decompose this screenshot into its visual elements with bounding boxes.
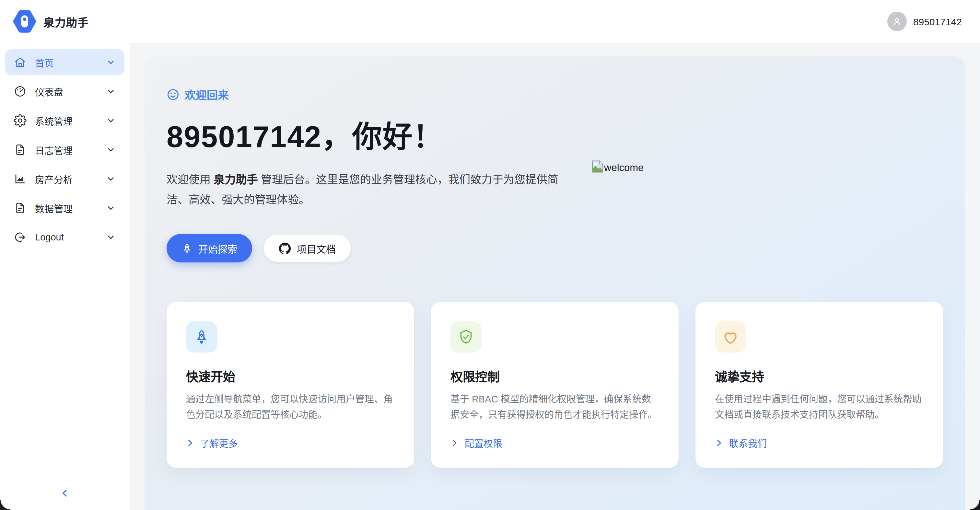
chevron-right-icon [186,439,194,447]
file-icon [14,143,27,156]
card-title: 诚挚支持 [715,367,924,384]
file-icon [14,202,27,214]
chevron-down-icon [106,86,116,97]
user-menu[interactable]: 895017142 [887,12,962,31]
sidebar-item-label: 系统管理 [35,114,73,127]
sidebar-collapse-button[interactable] [56,485,73,502]
project-docs-button[interactable]: 项目文档 [263,234,351,262]
sidebar-item-file-5[interactable]: 数据管理 [5,195,124,221]
sidebar-item-label: 仪表盘 [35,84,63,98]
rocket-icon [181,243,192,254]
welcome-panel: 欢迎回来 895017142，你好！ 欢迎使用 泉力助手 管理后台。这里是您的业… [145,56,965,510]
shield-icon [458,329,474,345]
hero-actions: 开始探索 项目文档 [167,234,943,262]
sidebar-item-label: 房产分析 [35,172,73,186]
chevron-down-icon [106,145,116,155]
chevron-right-icon [715,439,723,447]
smiley-icon [167,88,180,101]
rocket-icon [193,329,210,345]
sidebar-item-label: 首页 [35,56,54,69]
github-icon [279,242,291,254]
broken-image-icon [592,160,603,176]
hero-description: 欢迎使用 泉力助手 管理后台。这里是您的业务管理核心，我们致力于为您提供简洁、高… [167,170,561,210]
chevron-down-icon [106,203,116,213]
card-title: 权限控制 [450,367,659,384]
sidebar-item-label: Logout [35,232,64,242]
logout-icon [14,231,27,244]
brand: 泉力助手 [13,10,89,33]
sidebar-item-chart-4[interactable]: 房产分析 [5,166,124,192]
chevron-down-icon [106,115,116,126]
project-docs-label: 项目文档 [297,241,336,255]
chevron-left-icon [59,487,71,500]
sidebar-item-home-0[interactable]: 首页 [5,49,124,75]
heart-icon-box [715,321,746,353]
card-link[interactable]: 了解更多 [186,436,395,450]
broken-image-alt-text: welcome [604,162,644,174]
card-description: 在使用过程中遇到任何问题，您可以通过系统帮助文档或直接联系技术支持团队获取帮助。 [715,392,924,423]
feature-cards: 快速开始 通过左侧导航菜单，您可以快速访问用户管理、角色分配以及系统配置等核心功… [167,302,943,468]
feature-card: 诚挚支持 在使用过程中遇到任何问题，您可以通过系统帮助文档或直接联系技术支持团队… [695,302,943,468]
chart-icon [14,172,27,185]
welcome-back-tag: 欢迎回来 [167,86,943,102]
page-title: 895017142，你好！ [167,113,943,156]
broken-welcome-image: welcome [592,160,644,176]
welcome-back-label: 欢迎回来 [185,86,229,102]
chevron-right-icon [450,439,459,447]
feature-card: 快速开始 通过左侧导航菜单，您可以快速访问用户管理、角色分配以及系统配置等核心功… [167,302,414,468]
card-link[interactable]: 配置权限 [450,436,659,450]
sidebar-item-gauge-1[interactable]: 仪表盘 [5,78,124,104]
sidebar-item-label: 数据管理 [35,201,73,215]
card-description: 通过左侧导航菜单，您可以快速访问用户管理、角色分配以及系统配置等核心功能。 [186,392,395,423]
username-label: 895017142 [913,16,962,27]
chevron-down-icon [106,57,116,67]
sidebar-item-logout-6[interactable]: Logout [5,224,124,250]
card-title: 快速开始 [186,367,395,384]
gauge-icon [14,85,27,98]
rocket-icon-box [186,321,217,353]
shield-icon-box [450,321,482,353]
main-content: 欢迎回来 895017142，你好！ 欢迎使用 泉力助手 管理后台。这里是您的业… [130,43,980,510]
sidebar: 首页 仪表盘 系统管理 日志管理 [0,43,130,510]
user-avatar-icon [887,12,907,31]
app-title: 泉力助手 [43,13,89,30]
heart-icon [722,329,739,345]
sidebar-item-gear-2[interactable]: 系统管理 [5,108,124,133]
home-icon [14,56,27,69]
app-logo-icon [13,10,36,33]
sidebar-item-label: 日志管理 [35,143,73,157]
start-explore-label: 开始探索 [198,241,237,255]
card-link[interactable]: 联系我们 [715,436,924,450]
feature-card: 权限控制 基于 RBAC 模型的精细化权限管理，确保系统数据安全，只有获得授权的… [431,302,679,468]
start-explore-button[interactable]: 开始探索 [167,234,252,262]
chevron-down-icon [106,174,116,184]
app-header: 泉力助手 895017142 [0,0,980,43]
sidebar-item-file-3[interactable]: 日志管理 [5,137,124,163]
card-description: 基于 RBAC 模型的精细化权限管理，确保系统数据安全，只有获得授权的角色才能执… [450,392,659,423]
gear-icon [14,114,27,127]
chevron-down-icon [106,232,116,242]
